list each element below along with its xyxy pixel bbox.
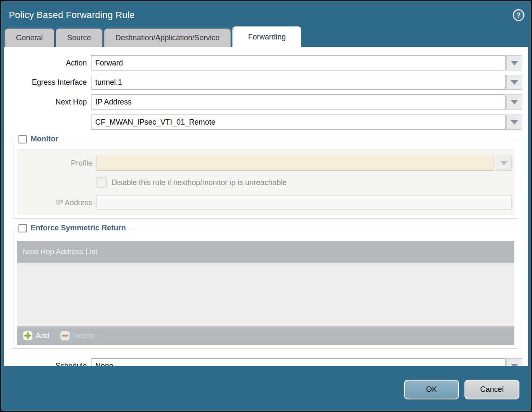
delete-button: Delete (60, 331, 95, 341)
next-hop-address-dropdown-button[interactable] (506, 115, 522, 130)
add-button[interactable]: Add (23, 331, 49, 341)
action-label: Action (4, 59, 91, 68)
egress-interface-value[interactable]: tunnel.1 (91, 75, 506, 90)
action-dropdown-button[interactable] (506, 55, 522, 70)
egress-interface-row: Egress Interface tunnel.1 (4, 75, 522, 90)
monitor-profile-select (96, 156, 512, 171)
chevron-down-icon (511, 80, 518, 85)
schedule-row: Schedule None (4, 358, 522, 366)
next-hop-row: Next Hop IP Address (4, 94, 522, 110)
next-hop-address-value[interactable]: CF_MWAN_IPsec_VTI_01_Remote (91, 115, 506, 130)
next-hop-address-list-body[interactable] (17, 263, 514, 326)
tab-forwarding[interactable]: Forwarding (232, 26, 301, 47)
chevron-down-icon (511, 120, 518, 125)
next-hop-address-select[interactable]: CF_MWAN_IPsec_VTI_01_Remote (91, 115, 522, 130)
enforce-symmetric-return-legend: Enforce Symmetric Return (18, 224, 129, 232)
monitor-legend: Monitor (18, 135, 62, 143)
tab-general[interactable]: General (5, 29, 54, 47)
enforce-symmetric-return-group: Enforce Symmetric Return Next Hop Addres… (13, 229, 518, 349)
ok-button[interactable]: OK (404, 380, 459, 399)
add-button-label: Add (36, 331, 49, 340)
monitor-group: Monitor Profile Disable this rule if nex… (13, 140, 518, 219)
next-hop-address-row: CF_MWAN_IPsec_VTI_01_Remote (4, 115, 522, 130)
chevron-down-icon (500, 161, 508, 166)
next-hop-value[interactable]: IP Address (91, 94, 506, 110)
egress-interface-select[interactable]: tunnel.1 (91, 75, 522, 90)
tab-bar: General Source Destination/Application/S… (1, 26, 531, 47)
next-hop-address-list-table: Next Hop Address List Add (17, 241, 514, 345)
help-icon[interactable]: ? (512, 9, 525, 21)
monitor-profile-dropdown-button (496, 156, 512, 171)
disable-rule-label: Disable this rule if nexthop/monitor ip … (112, 178, 287, 187)
schedule-label: Schedule (4, 362, 91, 366)
forwarding-tab-panel: Action Forward Egress Interface tunnel.1… (4, 47, 528, 366)
titlebar: Policy Based Forwarding Rule ? (1, 1, 531, 26)
tab-source[interactable]: Source (56, 29, 102, 47)
schedule-dropdown-button[interactable] (506, 358, 522, 366)
monitor-profile-value (96, 156, 495, 171)
delete-icon (60, 331, 70, 341)
enforce-symmetric-return-label: Enforce Symmetric Return (31, 224, 126, 232)
action-value[interactable]: Forward (91, 55, 506, 70)
monitor-ip-address-input (96, 196, 512, 210)
egress-interface-label: Egress Interface (4, 78, 91, 87)
next-hop-address-list-header: Next Hop Address List (17, 241, 514, 263)
schedule-select[interactable]: None (91, 358, 522, 366)
svg-text:?: ? (516, 12, 521, 19)
dialog-title: Policy Based Forwarding Rule (9, 10, 512, 21)
egress-interface-dropdown-button[interactable] (506, 75, 522, 90)
cancel-button[interactable]: Cancel (464, 380, 519, 399)
monitor-disable-rule-row: Disable this rule if nexthop/monitor ip … (17, 177, 512, 188)
monitor-profile-label: Profile (17, 159, 96, 168)
enforce-symmetric-return-checkbox[interactable] (18, 224, 27, 232)
action-row: Action Forward (4, 55, 522, 70)
next-hop-dropdown-button[interactable] (506, 94, 522, 110)
schedule-value[interactable]: None (91, 358, 506, 366)
monitor-ip-address-label: IP Address (17, 198, 96, 207)
monitor-checkbox[interactable] (18, 135, 27, 143)
monitor-label: Monitor (31, 135, 58, 143)
add-icon (23, 331, 33, 341)
delete-button-label: Delete (73, 331, 95, 340)
monitor-profile-row: Profile (17, 156, 512, 171)
action-select[interactable]: Forward (91, 55, 522, 70)
monitor-ip-address-row: IP Address (17, 196, 512, 210)
disable-rule-checkbox (96, 177, 107, 188)
next-hop-address-list-toolbar: Add Delete (17, 326, 514, 345)
chevron-down-icon (511, 100, 518, 104)
monitor-body: Profile Disable this rule if nexthop/mon… (17, 149, 514, 215)
dialog-footer: OK Cancel (1, 366, 531, 411)
tab-destination-application-service[interactable]: Destination/Application/Service (104, 29, 231, 47)
policy-based-forwarding-dialog: Policy Based Forwarding Rule ? General S… (0, 0, 532, 412)
next-hop-select[interactable]: IP Address (91, 94, 522, 110)
chevron-down-icon (511, 61, 518, 65)
next-hop-label: Next Hop (4, 98, 91, 107)
